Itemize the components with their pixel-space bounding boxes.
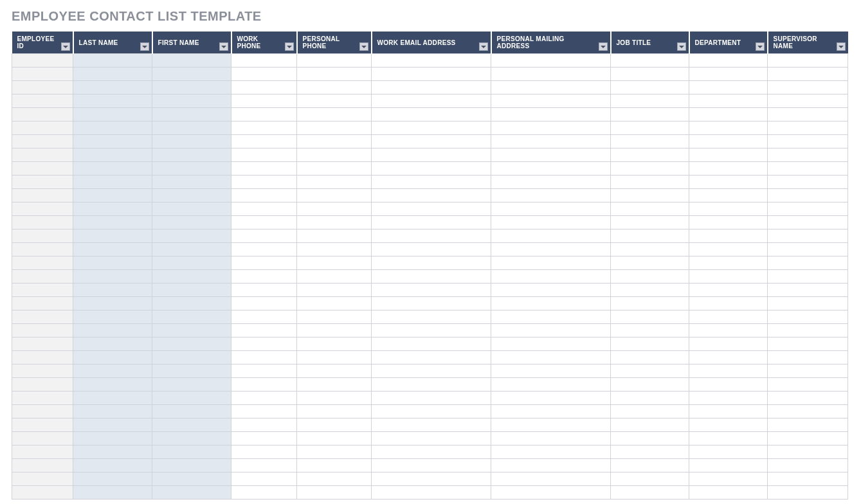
table-cell[interactable] bbox=[12, 256, 73, 270]
table-cell[interactable] bbox=[231, 378, 297, 392]
table-cell[interactable] bbox=[768, 486, 848, 500]
table-cell[interactable] bbox=[231, 297, 297, 310]
table-cell[interactable] bbox=[73, 392, 152, 405]
table-cell[interactable] bbox=[689, 216, 768, 230]
table-cell[interactable] bbox=[611, 135, 689, 148]
table-cell[interactable] bbox=[152, 94, 231, 108]
table-cell[interactable] bbox=[231, 459, 297, 473]
table-cell[interactable] bbox=[73, 378, 152, 392]
table-cell[interactable] bbox=[611, 122, 689, 135]
table-cell[interactable] bbox=[231, 148, 297, 162]
table-cell[interactable] bbox=[611, 378, 689, 392]
table-cell[interactable] bbox=[73, 297, 152, 310]
filter-dropdown-icon[interactable] bbox=[61, 42, 70, 51]
table-cell[interactable] bbox=[491, 419, 611, 432]
table-cell[interactable] bbox=[491, 378, 611, 392]
table-cell[interactable] bbox=[297, 256, 372, 270]
table-cell[interactable] bbox=[491, 122, 611, 135]
table-cell[interactable] bbox=[152, 364, 231, 378]
table-cell[interactable] bbox=[611, 392, 689, 405]
table-cell[interactable] bbox=[152, 338, 231, 351]
table-cell[interactable] bbox=[152, 256, 231, 270]
table-cell[interactable] bbox=[689, 473, 768, 486]
table-cell[interactable] bbox=[152, 270, 231, 284]
table-cell[interactable] bbox=[689, 270, 768, 284]
filter-dropdown-icon[interactable] bbox=[837, 42, 846, 51]
table-cell[interactable] bbox=[689, 256, 768, 270]
table-cell[interactable] bbox=[12, 338, 73, 351]
table-cell[interactable] bbox=[372, 284, 491, 297]
table-cell[interactable] bbox=[372, 108, 491, 122]
table-cell[interactable] bbox=[768, 68, 848, 81]
table-cell[interactable] bbox=[231, 243, 297, 256]
table-cell[interactable] bbox=[297, 338, 372, 351]
table-cell[interactable] bbox=[689, 54, 768, 68]
table-cell[interactable] bbox=[12, 68, 73, 81]
table-cell[interactable] bbox=[73, 351, 152, 364]
table-cell[interactable] bbox=[152, 432, 231, 446]
table-cell[interactable] bbox=[231, 230, 297, 243]
table-cell[interactable] bbox=[611, 324, 689, 338]
table-cell[interactable] bbox=[152, 243, 231, 256]
table-cell[interactable] bbox=[12, 122, 73, 135]
table-cell[interactable] bbox=[768, 256, 848, 270]
table-cell[interactable] bbox=[689, 176, 768, 189]
table-cell[interactable] bbox=[12, 473, 73, 486]
table-cell[interactable] bbox=[12, 297, 73, 310]
table-cell[interactable] bbox=[297, 122, 372, 135]
table-cell[interactable] bbox=[152, 324, 231, 338]
table-cell[interactable] bbox=[372, 324, 491, 338]
table-cell[interactable] bbox=[231, 338, 297, 351]
table-cell[interactable] bbox=[611, 94, 689, 108]
table-cell[interactable] bbox=[152, 392, 231, 405]
table-cell[interactable] bbox=[297, 419, 372, 432]
table-cell[interactable] bbox=[231, 108, 297, 122]
table-cell[interactable] bbox=[372, 81, 491, 94]
table-cell[interactable] bbox=[768, 270, 848, 284]
table-cell[interactable] bbox=[12, 162, 73, 176]
table-cell[interactable] bbox=[152, 459, 231, 473]
table-cell[interactable] bbox=[491, 230, 611, 243]
table-cell[interactable] bbox=[372, 432, 491, 446]
table-cell[interactable] bbox=[491, 284, 611, 297]
table-cell[interactable] bbox=[768, 216, 848, 230]
table-cell[interactable] bbox=[689, 189, 768, 203]
table-cell[interactable] bbox=[768, 392, 848, 405]
table-cell[interactable] bbox=[491, 310, 611, 324]
table-cell[interactable] bbox=[611, 189, 689, 203]
table-cell[interactable] bbox=[611, 446, 689, 459]
table-cell[interactable] bbox=[231, 446, 297, 459]
table-cell[interactable] bbox=[297, 216, 372, 230]
table-cell[interactable] bbox=[12, 364, 73, 378]
table-cell[interactable] bbox=[372, 270, 491, 284]
table-cell[interactable] bbox=[372, 459, 491, 473]
table-cell[interactable] bbox=[689, 364, 768, 378]
table-cell[interactable] bbox=[12, 216, 73, 230]
table-cell[interactable] bbox=[768, 364, 848, 378]
table-cell[interactable] bbox=[152, 486, 231, 500]
table-cell[interactable] bbox=[73, 284, 152, 297]
table-cell[interactable] bbox=[152, 378, 231, 392]
table-cell[interactable] bbox=[12, 351, 73, 364]
table-cell[interactable] bbox=[768, 122, 848, 135]
table-cell[interactable] bbox=[297, 203, 372, 216]
table-cell[interactable] bbox=[491, 486, 611, 500]
table-cell[interactable] bbox=[73, 122, 152, 135]
table-cell[interactable] bbox=[12, 81, 73, 94]
table-cell[interactable] bbox=[491, 148, 611, 162]
table-cell[interactable] bbox=[231, 122, 297, 135]
table-cell[interactable] bbox=[297, 230, 372, 243]
table-cell[interactable] bbox=[152, 473, 231, 486]
filter-dropdown-icon[interactable] bbox=[285, 42, 294, 51]
table-cell[interactable] bbox=[372, 68, 491, 81]
table-cell[interactable] bbox=[372, 364, 491, 378]
filter-dropdown-icon[interactable] bbox=[599, 42, 608, 51]
table-cell[interactable] bbox=[689, 419, 768, 432]
table-cell[interactable] bbox=[12, 94, 73, 108]
table-cell[interactable] bbox=[372, 446, 491, 459]
table-cell[interactable] bbox=[231, 324, 297, 338]
table-cell[interactable] bbox=[73, 338, 152, 351]
table-cell[interactable] bbox=[689, 324, 768, 338]
table-cell[interactable] bbox=[73, 405, 152, 419]
table-cell[interactable] bbox=[297, 189, 372, 203]
